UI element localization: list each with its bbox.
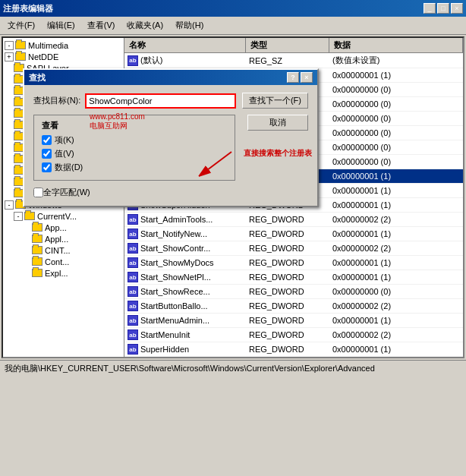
folder-icon-app1 [32, 222, 43, 232]
tree-label-app2: Appl... [45, 235, 68, 244]
reg-icon: ab [128, 229, 138, 239]
find-dialog[interactable]: 查找 ? × 查找目标(N): 查找下一个(F) 查看 项(K) [23, 68, 319, 207]
list-cell-type: REG_DWORD [246, 344, 329, 355]
window-title: 注册表编辑器 [3, 3, 53, 14]
folder-icon-currentv [24, 211, 35, 221]
list-name-text: StartMenuInit [140, 330, 190, 339]
menu-help[interactable]: 帮助(H) [171, 18, 208, 33]
list-name-text: (默认) [140, 55, 162, 66]
reg-icon: ab [128, 329, 138, 340]
menu-edit[interactable]: 编辑(E) [43, 18, 80, 33]
folder-icon-cont [32, 257, 43, 266]
tree-item-cint[interactable]: CINT... [3, 244, 124, 256]
tree-label-cont: Cont... [45, 257, 69, 266]
tree-item-app1[interactable]: App... [3, 222, 124, 233]
list-cell-data: 0x00000000 (0) [329, 156, 463, 167]
tree-item-netdde[interactable]: +NetDDE [3, 51, 124, 62]
list-name-text: StartButtonBallo... [140, 301, 208, 311]
list-cell-data: 0x00000002 (2) [329, 243, 463, 254]
list-row[interactable]: abStart_ShowNetPl...REG_DWORD0x00000001 … [124, 270, 463, 285]
reg-icon: ab [128, 214, 138, 225]
close-button[interactable]: × [451, 3, 463, 14]
tree-expand-netdde[interactable]: + [5, 52, 14, 61]
tree-item-expl[interactable]: Expl... [3, 267, 124, 279]
list-row[interactable]: abStart_ShowContr...REG_DWORD0x00000002 … [124, 241, 463, 256]
list-cell-data: 0x00000001 (1) [329, 70, 463, 80]
tree-expand-currentv[interactable]: - [14, 212, 23, 221]
menu-file[interactable]: 文件(F) [3, 18, 39, 33]
reg-icon: ab [128, 344, 138, 355]
list-cell-name: abStart_ShowMyDocs [124, 257, 246, 269]
find-target-label: 查找目标(N): [33, 95, 80, 106]
list-row[interactable]: ab(默认)REG_SZ(数值未设置) [124, 53, 463, 68]
list-name-text: Start_AdminTools... [140, 215, 213, 224]
tree-item-currentv[interactable]: -CurrentV... [3, 210, 124, 222]
col-data[interactable]: 数据 [329, 38, 463, 52]
menu-favorites[interactable]: 收藏夹(A) [122, 18, 168, 33]
reg-icon: ab [128, 272, 138, 282]
list-row[interactable]: abStartMenuAdmin...REG_DWORD0x00000001 (… [124, 314, 463, 328]
tree-item-app2[interactable]: Appl... [3, 233, 124, 244]
list-row[interactable]: abStartMenuInitREG_DWORD0x00000002 (2) [124, 328, 463, 342]
list-row[interactable]: abStart_ShowRece...REG_DWORD0x00000000 (… [124, 285, 463, 299]
dialog-title-bar: 查找 ? × [24, 70, 317, 85]
list-cell-name: abStartMenuAdmin... [124, 314, 246, 326]
look-section: 查看 项(K) 值(V) 数据(D) [33, 115, 235, 181]
reg-icon: ab [128, 301, 138, 311]
cancel-button[interactable]: 取消 [247, 115, 308, 131]
folder-icon-app2 [32, 234, 43, 244]
col-type[interactable]: 类型 [246, 38, 329, 52]
find-input-row: 查找目标(N): 查找下一个(F) [33, 93, 308, 109]
list-cell-data: 0x00000001 (1) [329, 272, 463, 282]
checkbox-key-label: 项(K) [55, 134, 74, 146]
list-row[interactable]: abStartButtonBallo...REG_DWORD0x00000002… [124, 299, 463, 314]
col-name[interactable]: 名称 [124, 38, 246, 52]
list-row[interactable]: abStart_NotifyNew...REG_DWORD0x00000001 … [124, 227, 463, 241]
list-cell-name: abStart_ShowNetPl... [124, 271, 246, 283]
list-cell-type: REG_DWORD [246, 272, 329, 282]
minimize-button[interactable]: _ [423, 3, 436, 14]
checkbox-value[interactable] [42, 149, 52, 159]
checkbox-data-label: 数据(D) [55, 162, 83, 173]
title-bar: 注册表编辑器 _ □ × [0, 0, 466, 17]
checkbox-key[interactable] [42, 135, 52, 145]
find-next-button[interactable]: 查找下一个(F) [242, 93, 308, 109]
find-input[interactable] [85, 93, 236, 109]
tree-label-expl: Expl... [45, 269, 68, 278]
dialog-close-button[interactable]: × [301, 72, 313, 83]
list-cell-type: REG_DWORD [246, 301, 329, 311]
menu-view[interactable]: 查看(V) [83, 18, 120, 33]
reg-icon: ab [128, 243, 138, 254]
list-cell-data: (数值未设置) [329, 54, 463, 67]
full-match-row: 全字匹配(W) [33, 187, 235, 198]
tree-expand-windows[interactable]: - [5, 200, 14, 210]
list-cell-data: 0x00000000 (0) [329, 113, 463, 124]
list-row[interactable]: abStart_ShowMyDocsREG_DWORD0x00000001 (1… [124, 256, 463, 270]
list-cell-data: 0x00000000 (0) [329, 286, 463, 297]
dialog-help-button[interactable]: ? [287, 72, 299, 83]
list-cell-name: abStartMenuInit [124, 329, 246, 341]
list-cell-type: REG_DWORD [246, 315, 329, 326]
list-cell-name: abStartButtonBallo... [124, 300, 246, 312]
list-row[interactable]: abSuperHiddenREG_DWORD0x00000001 (1) [124, 342, 463, 357]
status-bar: 我的电脑\HKEY_CURRENT_USER\Software\Microsof… [0, 360, 466, 377]
list-name-text: Start_NotifyNew... [140, 229, 207, 238]
list-row[interactable]: abStart_AdminTools...REG_DWORD0x00000002… [124, 213, 463, 227]
list-cell-data: 0x00000001 (1) [329, 344, 463, 355]
reg-icon: ab [128, 286, 138, 297]
tree-item-multimedia[interactable]: -Multimedia [3, 39, 124, 51]
tree-expand-multimedia[interactable]: - [5, 41, 14, 50]
maximize-button[interactable]: □ [437, 3, 449, 14]
checkbox-data[interactable] [42, 162, 52, 172]
list-cell-data: 0x00000001 (1) [329, 200, 463, 210]
list-cell-data: 0x00000001 (1) [329, 257, 463, 268]
tree-label-netdde: NetDDE [28, 52, 58, 61]
list-cell-type: REG_DWORD [246, 329, 329, 340]
tree-item-cont[interactable]: Cont... [3, 256, 124, 267]
list-cell-type: REG_DWORD [246, 229, 329, 239]
list-cell-type: REG_DWORD [246, 257, 329, 268]
list-cell-data: 0x00000002 (2) [329, 214, 463, 225]
full-match-checkbox[interactable] [33, 188, 43, 197]
tree-label-multimedia: Multimedia [28, 41, 68, 50]
reg-icon: ab [128, 55, 138, 66]
